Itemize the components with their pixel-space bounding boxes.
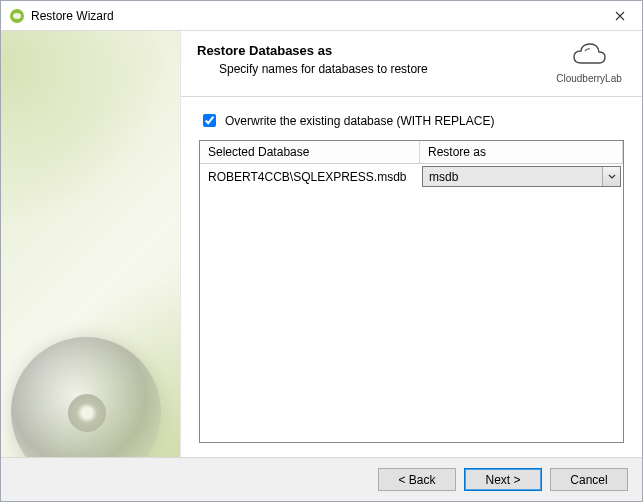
close-button[interactable] xyxy=(597,1,642,30)
cell-restore-as xyxy=(420,164,623,189)
overwrite-checkbox[interactable] xyxy=(203,114,216,127)
wizard-sidebar xyxy=(1,31,181,457)
content-area: Overwrite the existing database (WITH RE… xyxy=(181,97,642,457)
chevron-down-icon[interactable] xyxy=(602,167,620,186)
grid-header: Selected Database Restore as xyxy=(200,141,623,164)
page-title: Restore Databases as xyxy=(197,43,552,58)
page-header: Restore Databases as Specify names for d… xyxy=(181,31,642,97)
restore-as-input[interactable] xyxy=(423,167,602,186)
restore-as-combo[interactable] xyxy=(422,166,621,187)
main-panel: Restore Databases as Specify names for d… xyxy=(181,31,642,457)
brand-label: CloudberryLab xyxy=(556,73,622,84)
grid-body: ROBERT4CCB\SQLEXPRESS.msdb xyxy=(200,164,623,442)
brand-logo: CloudberryLab xyxy=(552,41,626,84)
cancel-button[interactable]: Cancel xyxy=(550,468,628,491)
cell-selected-database: ROBERT4CCB\SQLEXPRESS.msdb xyxy=(200,164,420,189)
overwrite-label: Overwrite the existing database (WITH RE… xyxy=(225,114,494,128)
database-grid: Selected Database Restore as ROBERT4CCB\… xyxy=(199,140,624,443)
overwrite-checkbox-row[interactable]: Overwrite the existing database (WITH RE… xyxy=(199,111,624,130)
next-button[interactable]: Next > xyxy=(464,468,542,491)
disc-graphic xyxy=(11,337,161,457)
body-area: Restore Databases as Specify names for d… xyxy=(1,31,642,457)
titlebar: Restore Wizard xyxy=(1,1,642,31)
back-button[interactable]: < Back xyxy=(378,468,456,491)
app-icon xyxy=(9,8,25,24)
footer: < Back Next > Cancel xyxy=(1,457,642,501)
window-title: Restore Wizard xyxy=(31,9,597,23)
page-subtitle: Specify names for databases to restore xyxy=(219,62,552,76)
col-restore-as[interactable]: Restore as xyxy=(420,141,623,163)
col-selected-database[interactable]: Selected Database xyxy=(200,141,420,163)
table-row: ROBERT4CCB\SQLEXPRESS.msdb xyxy=(200,164,623,189)
